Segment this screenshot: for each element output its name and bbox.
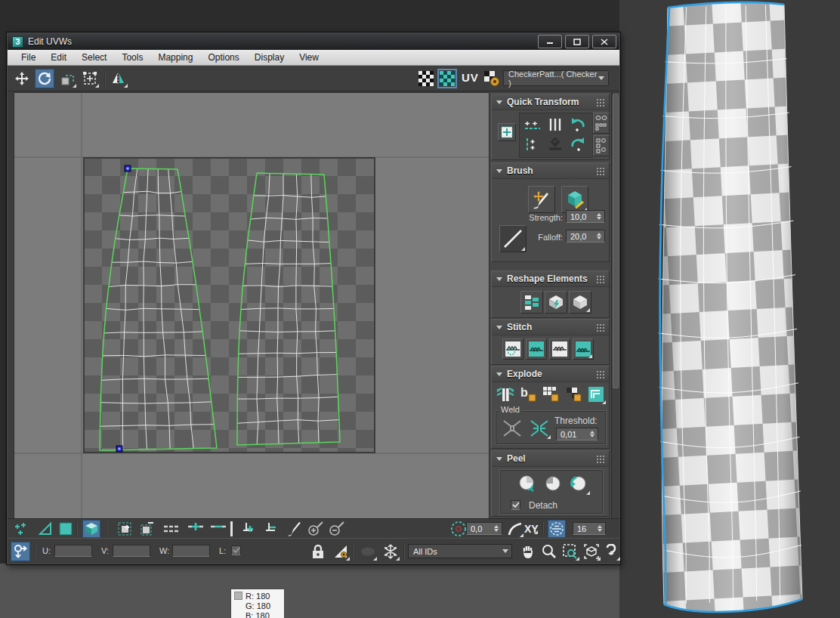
strength-spinner[interactable]	[594, 212, 604, 221]
break-button[interactable]	[495, 384, 516, 405]
zoom-region-button[interactable]	[561, 542, 580, 561]
freeze-selected-button[interactable]	[381, 542, 400, 561]
section-header-stitch[interactable]: Stitch	[492, 320, 609, 335]
relax-brush-button[interactable]	[561, 186, 588, 213]
straighten-selection-button[interactable]	[520, 291, 543, 314]
rotate-tool-button[interactable]	[35, 69, 54, 88]
explode-to-vertices-button[interactable]: b	[517, 384, 539, 405]
space-vertical-button[interactable]	[544, 134, 567, 154]
distribute-tools-button[interactable]	[593, 135, 610, 156]
l-checkbox[interactable]	[231, 545, 241, 555]
explode-to-edges-button[interactable]	[540, 384, 561, 405]
space-horizontal-button[interactable]	[544, 115, 567, 134]
soft-selection-button[interactable]	[449, 520, 468, 538]
detach-checkbox[interactable]	[511, 500, 520, 510]
title-bar[interactable]: 3 Edit UVWs	[8, 33, 619, 50]
mirror-tool-button[interactable]	[109, 69, 128, 88]
menu-file[interactable]: File	[14, 51, 43, 64]
menu-tools[interactable]: Tools	[114, 51, 150, 64]
w-field[interactable]	[172, 545, 210, 557]
soft-selection-value-field[interactable]: 0,0	[466, 522, 502, 535]
threshold-field[interactable]: 0,01	[556, 428, 598, 440]
relax-until-flat-button[interactable]	[545, 291, 567, 314]
select-edge-loop-button[interactable]	[162, 520, 181, 538]
grow-ring-button[interactable]	[240, 520, 258, 538]
menu-mapping[interactable]: Mapping	[150, 51, 200, 64]
brush-falloff-button[interactable]	[499, 225, 527, 252]
v-field[interactable]	[113, 545, 150, 557]
maximize-button[interactable]	[565, 35, 589, 48]
uv-editor-canvas[interactable]	[14, 92, 490, 520]
stitch-custom-button[interactable]	[502, 338, 523, 360]
show-map-button[interactable]	[416, 69, 436, 88]
strength-field[interactable]: 10,0	[566, 210, 605, 223]
select-element-button[interactable]	[82, 520, 100, 538]
select-vertex-button[interactable]	[12, 520, 30, 538]
section-header-brush[interactable]: Brush	[492, 163, 609, 179]
quick-peel-button[interactable]	[515, 473, 539, 496]
target-weld-button[interactable]	[527, 417, 551, 440]
weld-selected-button[interactable]	[500, 417, 524, 440]
menu-view[interactable]: View	[292, 51, 326, 64]
paint-select-button[interactable]	[286, 520, 304, 538]
scale-tool-button[interactable]	[57, 69, 77, 88]
paint-brush-size-field[interactable]: 16	[573, 522, 606, 535]
threshold-spinner[interactable]	[588, 429, 597, 439]
paint-brush-size-spinner[interactable]	[595, 524, 604, 533]
menu-select[interactable]: Select	[74, 51, 114, 64]
panel-scrollbar[interactable]	[611, 92, 619, 518]
move-brush-button[interactable]	[528, 186, 555, 213]
paint-select-add-button[interactable]	[307, 520, 325, 538]
zoom-extents-button[interactable]	[582, 542, 601, 561]
texture-list-dropdown[interactable]: CheckerPatt...( Checker )	[503, 70, 609, 86]
align-vertical-button[interactable]	[521, 134, 544, 154]
section-header-reshape[interactable]: Reshape Elements	[492, 271, 609, 287]
grow-loop-button[interactable]	[187, 520, 205, 538]
section-header-explode[interactable]: Explode	[492, 366, 609, 382]
filter-selected-faces-button[interactable]	[331, 542, 351, 561]
close-button[interactable]	[592, 35, 616, 48]
menu-display[interactable]: Display	[247, 51, 292, 64]
hide-selected-button[interactable]	[358, 542, 378, 561]
menu-edit[interactable]: Edit	[43, 51, 74, 64]
stitch-source-button[interactable]	[526, 338, 547, 360]
material-id-dropdown[interactable]: All IDs	[408, 544, 512, 558]
stitch-target-button[interactable]	[573, 338, 594, 360]
falloff-field[interactable]: 20,0	[566, 230, 605, 243]
falloff-space-button[interactable]: XY	[524, 523, 539, 535]
quick-transform-mode-button[interactable]	[498, 123, 516, 141]
explode-to-faces-button[interactable]	[563, 384, 584, 405]
section-header-peel[interactable]: Peel	[492, 451, 609, 467]
align-tools-button[interactable]	[593, 113, 610, 134]
shrink-ring-button[interactable]	[263, 520, 281, 538]
uv-space-button[interactable]: UV	[462, 71, 479, 84]
stitch-average-button[interactable]	[549, 338, 570, 360]
shrink-selection-button[interactable]	[138, 520, 156, 538]
align-horizontal-button[interactable]	[521, 115, 544, 134]
rotate-cw-button[interactable]	[567, 134, 589, 154]
pelt-map-button[interactable]	[567, 473, 591, 496]
freeform-tool-button[interactable]	[80, 69, 100, 88]
move-tool-button[interactable]	[12, 69, 32, 88]
section-header-quick-transform[interactable]: Quick Transform	[492, 94, 609, 110]
select-edge-button[interactable]	[36, 520, 54, 538]
rotate-ccw-button[interactable]	[567, 115, 589, 134]
shrink-loop-button[interactable]	[209, 520, 227, 538]
falloff-spinner[interactable]	[594, 231, 604, 241]
peel-mode-button[interactable]	[541, 473, 565, 496]
paint-select-subtract-button[interactable]	[328, 520, 346, 538]
u-field[interactable]	[54, 545, 92, 557]
absolute-offset-mode-button[interactable]	[11, 542, 30, 561]
flatten-mapping-button[interactable]	[585, 384, 607, 405]
menu-options[interactable]: Options	[200, 51, 246, 64]
soft-selection-spinner[interactable]	[492, 524, 501, 533]
falloff-curve-button[interactable]	[506, 520, 524, 538]
3d-viewport[interactable]	[619, 0, 840, 618]
map-options-button[interactable]	[482, 69, 502, 88]
zoom-button[interactable]	[539, 542, 559, 561]
grow-selection-button[interactable]	[116, 520, 134, 538]
checker-pattern-button[interactable]	[437, 69, 457, 88]
relax-button[interactable]	[569, 291, 591, 314]
scrollbar-thumb[interactable]	[613, 94, 619, 388]
select-polygon-button[interactable]	[57, 520, 75, 538]
